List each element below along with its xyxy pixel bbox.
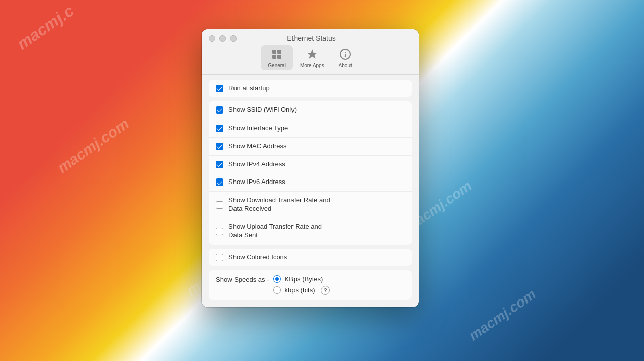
show-colored-icons-checkbox[interactable]: [216, 254, 223, 261]
run-at-startup-row: Run at startup: [209, 80, 412, 97]
tab-more-apps-label: More Apps: [300, 63, 324, 68]
toolbar-divider: [202, 74, 419, 75]
general-icon: [270, 47, 284, 62]
kbps-bytes-row: KBps (Bytes): [273, 275, 330, 283]
kbps-bytes-label: KBps (Bytes): [285, 275, 323, 283]
show-interface-type-checkbox[interactable]: [216, 125, 223, 132]
show-mac-address-row: Show MAC Address: [209, 137, 412, 155]
svg-text:i: i: [344, 51, 346, 58]
tab-general-label: General: [268, 63, 286, 68]
display-section: Show SSID (WiFi Only) Show Interface Typ…: [209, 101, 412, 245]
show-ssid-row: Show SSID (WiFi Only): [209, 101, 412, 119]
run-at-startup-label: Run at startup: [228, 84, 270, 93]
show-ipv6-address-checkbox[interactable]: [216, 178, 223, 186]
show-ipv6-address-label: Show IPv6 Address: [228, 178, 285, 187]
content-area: Run at startup Show SSID (WiFi Only) Sho…: [202, 76, 419, 307]
run-at-startup-checkbox[interactable]: [216, 85, 223, 92]
svg-rect-0: [272, 50, 276, 54]
show-mac-address-checkbox[interactable]: [216, 143, 223, 150]
show-upload-transfer-checkbox[interactable]: [216, 228, 223, 235]
dialog-window: Ethernet Status General More Apps: [202, 29, 419, 307]
show-download-transfer-checkbox[interactable]: [216, 201, 223, 209]
tab-general[interactable]: General: [261, 45, 293, 70]
show-download-transfer-row: Show Download Transfer Rate andData Rece…: [209, 191, 412, 218]
kbps-bits-radio[interactable]: [273, 286, 281, 294]
show-ipv4-address-checkbox[interactable]: [216, 161, 223, 168]
kbps-bits-row: kbps (bits) ?: [273, 286, 330, 295]
show-ipv6-address-row: Show IPv6 Address: [209, 173, 412, 191]
show-ipv4-address-label: Show IPv4 Address: [228, 160, 285, 169]
kbps-bits-label: kbps (bits): [285, 286, 315, 294]
show-ssid-label: Show SSID (WiFi Only): [228, 106, 297, 114]
svg-rect-3: [277, 55, 281, 59]
window-title: Ethernet Status: [211, 34, 412, 42]
show-ssid-checkbox[interactable]: [216, 106, 223, 114]
speed-options: KBps (Bytes) kbps (bits) ?: [273, 275, 330, 295]
show-colored-icons-label: Show Colored Icons: [228, 253, 287, 262]
svg-rect-2: [272, 55, 276, 59]
show-ipv4-address-row: Show IPv4 Address: [209, 155, 412, 173]
show-upload-transfer-label: Show Upload Transfer Rate andData Sent: [228, 223, 322, 240]
help-button[interactable]: ?: [321, 286, 330, 295]
svg-rect-1: [277, 50, 281, 54]
tab-more-apps[interactable]: More Apps: [293, 45, 331, 70]
show-download-transfer-label: Show Download Transfer Rate andData Rece…: [228, 196, 330, 213]
speed-section: Show Speeds as - KBps (Bytes) kbps (bits…: [209, 270, 412, 300]
show-interface-type-row: Show Interface Type: [209, 119, 412, 137]
show-colored-icons-row: Show Colored Icons: [209, 249, 412, 266]
titlebar: Ethernet Status: [202, 29, 419, 42]
tab-about[interactable]: i About: [331, 45, 360, 70]
show-upload-transfer-row: Show Upload Transfer Rate andData Sent: [209, 218, 412, 245]
show-mac-address-label: Show MAC Address: [228, 142, 287, 151]
kbps-bytes-radio[interactable]: [273, 275, 281, 283]
icons-section: Show Colored Icons: [209, 249, 412, 266]
speed-prefix-label: Show Speeds as -: [216, 275, 269, 283]
show-interface-type-label: Show Interface Type: [228, 124, 288, 133]
startup-section: Run at startup: [209, 80, 412, 97]
more-apps-icon: [305, 47, 319, 62]
about-icon: i: [338, 47, 353, 62]
tab-about-label: About: [339, 63, 352, 68]
toolbar: General More Apps i About: [202, 42, 419, 74]
